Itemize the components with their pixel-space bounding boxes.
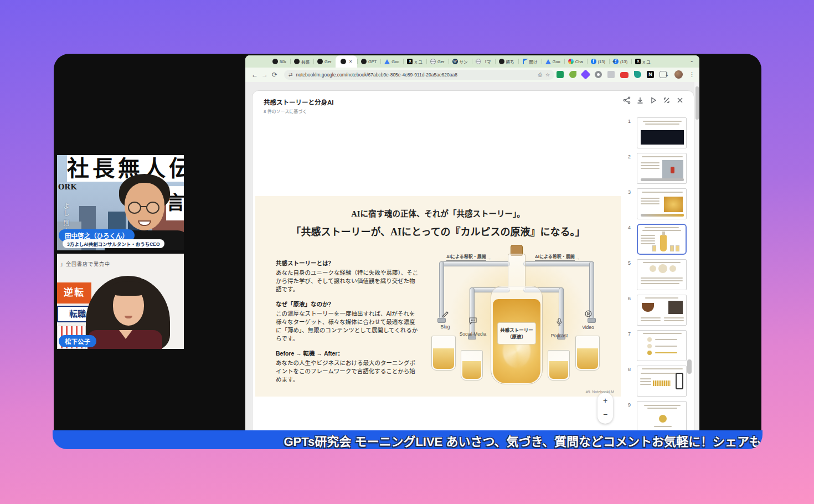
thumbnail-card[interactable] — [637, 188, 687, 219]
browser-tab-12[interactable]: Goo — [542, 55, 564, 68]
site-info-icon[interactable]: ⇄ — [288, 72, 293, 78]
leaf-extension-icon[interactable] — [569, 71, 576, 78]
url-text[interactable]: notebooklm.google.com/notebook/67abcb9e-… — [296, 72, 535, 78]
chrome-browser-window: 50k共感Ger×GPTGooX ユGerサン「マ勝ち聞けGooCha(13)(… — [245, 55, 699, 435]
thumbnail-number: 9 — [628, 402, 631, 408]
x-favicon-icon — [407, 59, 413, 64]
slide-canvas: AIに宿す魂の正体、それが「共感ストーリー」。 「共感ストーリーが、AIにとって… — [255, 196, 621, 397]
thumbnail-card[interactable] — [637, 401, 687, 432]
thumbnail-card[interactable] — [637, 330, 687, 361]
spark-extension-icon[interactable] — [580, 69, 590, 79]
document-title: 共感ストーリーと分身AI — [264, 97, 334, 106]
browser-tab-14[interactable]: (13) — [587, 55, 609, 68]
section-heading: なぜ「原液」なのか？ — [276, 300, 420, 308]
browser-tab-7[interactable]: Ger — [426, 55, 449, 68]
browser-menu-icon[interactable]: ⋮ — [689, 71, 695, 78]
glasses — [128, 202, 161, 215]
zoom-in-button[interactable]: + — [597, 393, 613, 408]
output-social-media: Social Media — [454, 317, 492, 338]
browser-tab-3-active[interactable]: × — [336, 55, 357, 68]
dialog-scrollbar-thumb[interactable] — [687, 359, 692, 374]
thumbnail-card[interactable] — [637, 295, 687, 326]
close-icon[interactable] — [676, 96, 684, 104]
zoom-out-button[interactable]: − — [597, 408, 613, 423]
browser-tab-4[interactable]: GPT — [357, 55, 380, 68]
thumbnail-number: 7 — [628, 331, 631, 337]
share-icon[interactable] — [623, 96, 631, 104]
thumbnail-card[interactable] — [637, 366, 687, 397]
slide-headline-1: AIに宿す魂の正体、それが「共感ストーリー」。 — [255, 207, 621, 219]
drive-favicon-icon — [384, 59, 390, 64]
youtube-extension-icon[interactable] — [620, 72, 628, 78]
name-badge-matsushita: 松下公子 — [59, 335, 96, 347]
browser-tab-13[interactable]: Cha — [564, 55, 587, 68]
output-label: Podcast — [551, 333, 568, 338]
section-heading: 共感ストーリーとは？ — [276, 259, 420, 268]
new-tab-button[interactable]: + — [610, 57, 619, 66]
tab-close-icon[interactable]: × — [349, 59, 352, 64]
pipe — [439, 261, 510, 266]
page-scrollbar-thumb[interactable] — [695, 86, 699, 120]
glass-liquid — [577, 348, 598, 369]
glasses-lens — [146, 202, 159, 214]
reload-button[interactable]: ⟳ — [270, 71, 280, 79]
tab-label: 共感 — [301, 59, 310, 65]
globe-favicon-icon — [430, 59, 436, 64]
thumbnail-number: 6 — [628, 296, 631, 301]
title-badge-tanaka: 3方よしAI共創コンサルタント・おうちCEO — [63, 239, 164, 248]
bookmark-star-icon[interactable]: ☆ — [545, 72, 550, 78]
tab-label: (13) — [598, 59, 605, 64]
webcam-tile-matsushita: 」全国書店で発売中 逆転 転職 松下公子 — [57, 254, 184, 349]
profile-avatar[interactable] — [674, 70, 683, 79]
thumbnail-card[interactable] — [637, 224, 687, 255]
thumbnail-number: 1 — [628, 119, 631, 124]
browser-tab-5[interactable]: Goo — [380, 55, 403, 68]
app-extension-icon[interactable] — [607, 71, 615, 78]
thumbnail-card[interactable] — [637, 117, 687, 148]
share-screen-icon[interactable]: ⎙ — [538, 72, 542, 78]
browser-tab-1[interactable]: 共感 — [290, 55, 313, 68]
output-label: Social Media — [460, 331, 487, 337]
browser-tab-6[interactable]: X ユ — [403, 55, 426, 68]
source-count-label: 8 件のソースに基づく — [264, 108, 307, 114]
fb-favicon-icon — [591, 59, 596, 64]
camera-extension-icon[interactable] — [595, 71, 602, 78]
black-favicon-icon — [361, 59, 367, 64]
fullscreen-icon[interactable] — [663, 96, 671, 104]
browser-tab-0[interactable]: 50k — [269, 55, 290, 68]
docs-extension-icon[interactable] — [557, 71, 564, 78]
downloads-icon[interactable]: ⭣ — [666, 71, 668, 78]
glass-liquid — [462, 361, 481, 379]
glasses-lens — [128, 202, 141, 214]
address-bar[interactable]: ⇄ notebooklm.google.com/notebook/67abcb9… — [284, 70, 554, 80]
browser-tab-11[interactable]: 聞け — [518, 55, 542, 68]
tab-label: Ger — [324, 59, 332, 64]
diluted-glass — [548, 350, 570, 380]
tab-search-chevron-icon[interactable]: ⌄ — [689, 58, 694, 63]
output-video: Video — [575, 310, 601, 331]
browser-tab-10[interactable]: 勝ち — [495, 55, 518, 68]
drive-favicon-icon — [545, 59, 551, 64]
bottle-label-line2: （原液） — [498, 333, 535, 340]
page-scrollbar[interactable] — [694, 82, 699, 435]
bottle-label-line1: 共感ストーリー — [498, 327, 535, 333]
output-podcast: Podcast — [542, 318, 576, 340]
thumbnail-card[interactable] — [637, 153, 687, 184]
browser-tab-2[interactable]: Ger — [313, 55, 336, 68]
browser-tab-9[interactable]: 「マ — [472, 55, 495, 68]
thumbnail-card[interactable] — [637, 259, 687, 290]
thumbnail-number: 5 — [628, 260, 631, 266]
notion-extension-icon[interactable] — [647, 71, 654, 78]
back-button[interactable]: ← — [250, 71, 260, 79]
teal-extension-icon[interactable] — [634, 71, 641, 78]
mic-icon — [542, 318, 576, 328]
tab-label: Goo — [553, 59, 560, 64]
glass-liquid — [549, 361, 568, 379]
download-icon[interactable] — [636, 96, 644, 104]
browser-tab-16[interactable]: X ユ — [631, 55, 655, 68]
browser-tab-8[interactable]: サン — [449, 55, 472, 68]
forward-button[interactable]: → — [260, 71, 270, 79]
black-favicon-icon — [341, 59, 346, 64]
glass-liquid — [433, 348, 454, 369]
play-icon[interactable] — [650, 96, 657, 104]
